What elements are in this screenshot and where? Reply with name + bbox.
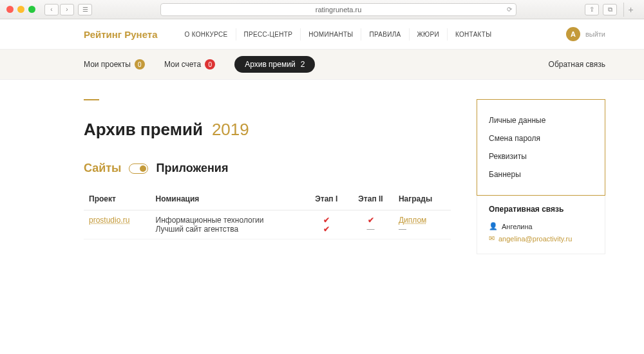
page-year: 2019 bbox=[212, 120, 249, 140]
nav-about[interactable]: О КОНКУРСЕ bbox=[176, 28, 236, 41]
nav-rules[interactable]: ПРАВИЛА bbox=[361, 28, 409, 41]
checkmark-icon: ✔ bbox=[310, 225, 343, 234]
user-area: А выйти bbox=[566, 27, 605, 41]
sidebar-menu: Личные данные Смена пароля Реквизиты Бан… bbox=[477, 99, 605, 196]
archive-count: 2 bbox=[301, 60, 305, 69]
accent-line bbox=[84, 99, 99, 100]
sidebar-item-personal[interactable]: Личные данные bbox=[489, 111, 593, 129]
tab-sites[interactable]: Сайты bbox=[84, 162, 121, 175]
contact-email-row[interactable]: ✉ angelina@proactivity.ru bbox=[489, 232, 593, 245]
back-button[interactable]: ‹ bbox=[44, 4, 59, 15]
window-controls bbox=[6, 6, 35, 13]
main-content: Архив премий 2019 Сайты Приложения Проек… bbox=[84, 99, 451, 254]
nomination-name: Лучший сайт агентства bbox=[156, 225, 300, 234]
browser-chrome: ‹ › ☰ ratingruneta.ru ⟳ ⇪ ⧉ + bbox=[0, 0, 644, 19]
forward-button[interactable]: › bbox=[60, 4, 74, 15]
th-awards: Награды bbox=[393, 188, 451, 210]
sidebar: Личные данные Смена пароля Реквизиты Бан… bbox=[477, 99, 605, 254]
site-header: Рейтинг Рунета О КОНКУРСЕ ПРЕСС-ЦЕНТР НО… bbox=[0, 19, 644, 49]
minimize-icon[interactable] bbox=[17, 6, 24, 13]
contact-name: Ангелина bbox=[502, 223, 533, 230]
logout-link[interactable]: выйти bbox=[585, 30, 605, 38]
new-tab-button[interactable]: + bbox=[623, 3, 638, 17]
table-header-row: Проект Номинация Этап I Этап II Награды bbox=[84, 188, 451, 210]
dash-icon: — bbox=[399, 225, 446, 234]
tabs-button[interactable]: ⧉ bbox=[603, 4, 617, 15]
sub-nav: Мои проекты 0 Мои счета 0 Архив премий 2… bbox=[0, 49, 644, 80]
th-stage2: Этап II bbox=[348, 188, 393, 210]
sidebar-item-banners[interactable]: Баннеры bbox=[489, 165, 593, 183]
reload-icon[interactable]: ⟳ bbox=[507, 6, 512, 13]
archive-pill[interactable]: Архив премий 2 bbox=[234, 56, 315, 73]
contact-email: angelina@proactivity.ru bbox=[498, 235, 572, 243]
logo[interactable]: Рейтинг Рунета bbox=[84, 29, 157, 40]
main-nav: О КОНКУРСЕ ПРЕСС-ЦЕНТР НОМИНАНТЫ ПРАВИЛА… bbox=[176, 28, 565, 41]
nav-nominees[interactable]: НОМИНАНТЫ bbox=[301, 28, 361, 41]
avatar[interactable]: А bbox=[566, 27, 580, 41]
category-tabs: Сайты Приложения bbox=[84, 162, 451, 175]
nomination-name: Информационные технологии bbox=[156, 216, 300, 225]
dash-icon: — bbox=[353, 225, 388, 234]
my-projects-link[interactable]: Мои проекты 0 bbox=[84, 59, 145, 70]
th-stage1: Этап I bbox=[305, 188, 348, 210]
maximize-icon[interactable] bbox=[28, 6, 35, 13]
table-row: prostudio.ru Информационные технологии Л… bbox=[84, 210, 451, 239]
mail-icon: ✉ bbox=[489, 234, 495, 243]
sidebar-toggle-button[interactable]: ☰ bbox=[78, 4, 92, 15]
share-button[interactable]: ⇪ bbox=[585, 4, 599, 15]
url-bar[interactable]: ratingruneta.ru ⟳ bbox=[160, 3, 516, 16]
sidebar-contact: Оперативная связь 👤 Ангелина ✉ angelina@… bbox=[477, 196, 605, 254]
page-title: Архив премий bbox=[84, 120, 203, 140]
th-nomination: Номинация bbox=[151, 188, 305, 210]
project-link[interactable]: prostudio.ru bbox=[89, 216, 129, 225]
award-link[interactable]: Диплом bbox=[399, 216, 426, 225]
nav-press[interactable]: ПРЕСС-ЦЕНТР bbox=[236, 28, 301, 41]
feedback-link[interactable]: Обратная связь bbox=[549, 60, 605, 69]
th-project: Проект bbox=[84, 188, 151, 210]
nav-jury[interactable]: ЖЮРИ bbox=[410, 28, 448, 41]
my-accounts-link[interactable]: Мои счета 0 bbox=[164, 59, 215, 70]
nav-contacts[interactable]: КОНТАКТЫ bbox=[448, 28, 499, 41]
checkmark-icon: ✔ bbox=[310, 216, 343, 225]
contact-name-row: 👤 Ангелина bbox=[489, 220, 593, 232]
my-accounts-label: Мои счета bbox=[164, 60, 201, 69]
category-toggle[interactable] bbox=[129, 163, 148, 174]
awards-table: Проект Номинация Этап I Этап II Награды … bbox=[84, 188, 451, 239]
archive-label: Архив премий bbox=[245, 60, 295, 69]
sidebar-item-requisites[interactable]: Реквизиты bbox=[489, 147, 593, 165]
sidebar-item-password[interactable]: Смена пароля bbox=[489, 129, 593, 147]
checkmark-icon: ✔ bbox=[353, 216, 388, 225]
contact-title: Оперативная связь bbox=[489, 205, 593, 214]
projects-badge: 0 bbox=[135, 59, 145, 70]
my-projects-label: Мои проекты bbox=[84, 60, 131, 69]
close-icon[interactable] bbox=[6, 6, 14, 13]
url-text: ratingruneta.ru bbox=[316, 6, 362, 14]
user-icon: 👤 bbox=[489, 222, 498, 230]
tab-apps[interactable]: Приложения bbox=[156, 162, 228, 175]
accounts-badge: 0 bbox=[205, 59, 215, 70]
